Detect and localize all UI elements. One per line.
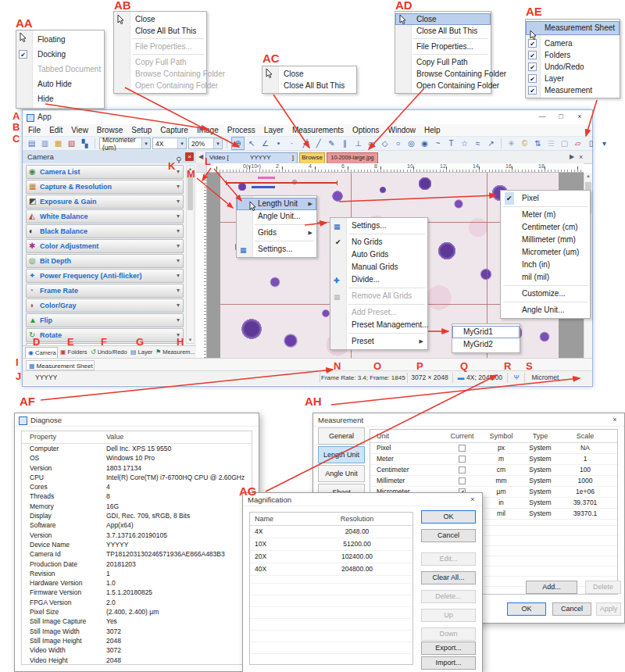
tab-nav-left-icon[interactable]: ◀ [198, 153, 203, 160]
toolbar-icon[interactable]: ╱ [312, 138, 324, 149]
toolbar-icon[interactable]: ▥ [39, 138, 51, 149]
chevron-down-icon[interactable]: ▾ [177, 227, 180, 234]
combo-arrow-icon[interactable]: ▾ [177, 138, 186, 148]
chevron-down-icon[interactable]: ▾ [177, 272, 180, 279]
menu-item-close-all-but-this[interactable]: Close All But This [395, 25, 491, 37]
minimize-button[interactable]: — [533, 110, 552, 123]
toolbar-icon[interactable]: ☰ [545, 138, 557, 149]
menu-item-measurement-sheet[interactable]: Measurement Sheet [526, 21, 620, 35]
camera-section-header[interactable]: ✱ Color Adjustment ▾ [26, 239, 184, 253]
add-button[interactable]: Add... [526, 581, 577, 594]
menu-item-browse-containing-folder[interactable]: Browse Containing Folder [114, 68, 206, 80]
toolbar-icon[interactable]: ↖ [246, 138, 258, 149]
toolbar-icon[interactable]: ▩ [52, 138, 64, 149]
down-button[interactable]: Down [421, 627, 476, 641]
camera-section-header[interactable]: ◑ Color/Gray ▾ [26, 298, 184, 313]
close-icon[interactable]: × [466, 495, 479, 505]
toolbar-icon[interactable]: ↗ [485, 138, 497, 149]
menu-item-close[interactable]: Close [395, 13, 491, 25]
toolbar-icon[interactable]: ◉ [419, 138, 430, 149]
title-bar[interactable]: App — □ × [23, 110, 592, 124]
menu-item-copy-full-path[interactable]: Copy Full Path [114, 56, 206, 68]
menu-item[interactable]: Edit [49, 126, 62, 134]
chevron-down-icon[interactable]: ▾ [177, 183, 180, 190]
camera-section-header[interactable]: ◭ White Balance ▾ [26, 209, 184, 223]
menu-item-browse-containing-folder[interactable]: Browse Containing Folder [395, 68, 491, 80]
camera-section-header[interactable]: ◎ Bit Depth ▾ [26, 254, 184, 268]
menu-item-folders[interactable]: ✔Folders [526, 49, 620, 61]
menu-item[interactable]: Help [424, 126, 441, 134]
menu-item-millimeter[interactable]: Millimeter (mm) [501, 234, 590, 246]
menu-item-open-containing-folder[interactable]: Open Containing Folder [114, 80, 206, 91]
checkbox[interactable] [459, 477, 466, 484]
delete-button[interactable]: Delete... [421, 590, 476, 603]
menu-item[interactable]: Window [388, 126, 416, 134]
menu-item-docking[interactable]: ✔Docking [16, 47, 104, 62]
menu-item-preset[interactable]: Preset▶ [330, 335, 427, 348]
toolbar-icon[interactable]: ✳ [505, 138, 517, 149]
dialog-title-bar[interactable]: Measurement [313, 413, 624, 427]
pan-tool-icon[interactable]: ⊕ [231, 137, 245, 150]
toolbar-icon[interactable]: ▱ [572, 138, 584, 149]
toolbar-icon[interactable]: ▧ [66, 138, 77, 149]
table-row[interactable]: Centimeter cm System 100 [370, 465, 617, 476]
menu-item-tabbed-document[interactable]: Tabbed Document [16, 62, 104, 77]
toolbar-icon[interactable]: ⊥ [352, 138, 364, 149]
menu-item-auto-hide[interactable]: Auto Hide [16, 77, 104, 91]
camera-section-header[interactable]: ▲ Flip ▾ [26, 313, 184, 327]
toolbar-icon[interactable]: • [273, 138, 284, 149]
edit-button[interactable]: Edit... [421, 552, 476, 566]
chevron-down-icon[interactable]: ▾ [177, 302, 180, 309]
menu-item-pixel[interactable]: ✔Pixel [501, 192, 590, 205]
menu-item[interactable]: Layer [264, 126, 284, 134]
table-row[interactable]: 10X 51200.00 [250, 538, 412, 551]
close-icon[interactable]: × [609, 415, 621, 425]
table-row[interactable]: Millimeter mm System 1000 [370, 476, 617, 487]
apply-button[interactable]: Apply [596, 602, 621, 616]
panel-scrollbar[interactable]: ▲ ▼ [186, 165, 195, 344]
menu-item-layer[interactable]: ✔Layer [526, 73, 620, 84]
scroll-up-icon[interactable]: ▲ [584, 173, 592, 178]
menu-item[interactable]: Measurements [292, 126, 344, 134]
unit-status[interactable]: Micromet [527, 371, 563, 385]
menu-item-close[interactable]: Close [262, 68, 356, 80]
menu-item-remove-all-grids[interactable]: ▦Remove All Grids [330, 290, 427, 302]
menu-item[interactable]: Image [197, 126, 219, 134]
toolbar-icon[interactable]: ⇅ [532, 138, 544, 149]
export-button[interactable]: Export... [421, 642, 476, 655]
close-button[interactable]: × [570, 110, 589, 123]
camera-section-header[interactable]: ▦ Capture & Resolution ▾ [26, 180, 184, 194]
menu-item-settings[interactable]: ▦Settings... [237, 243, 316, 256]
menu-item-mygrid1[interactable]: MyGrid1 [452, 326, 520, 338]
table-row[interactable]: 40X 204800.00 [250, 563, 412, 576]
delete-button[interactable]: Delete [585, 581, 621, 594]
combo-arrow-icon[interactable]: ▾ [141, 138, 150, 148]
menu-item-undo-redo[interactable]: ✔Undo/Redo [526, 61, 620, 73]
maximize-button[interactable]: □ [552, 110, 570, 123]
menu-item-manual-grids[interactable]: Manual Grids [330, 261, 427, 273]
dock-tab-folders[interactable]: ▣Folders [60, 347, 88, 358]
chevron-down-icon[interactable]: ▾ [177, 168, 180, 175]
toolbar-icon[interactable]: ◎ [405, 138, 417, 149]
toolbar-icon[interactable]: © [519, 138, 530, 149]
chevron-down-icon[interactable]: ▾ [177, 316, 180, 323]
menu-item-angle-unit[interactable]: Angle Unit... [501, 304, 590, 316]
tab-general[interactable]: General [318, 427, 365, 445]
toolbar-icon[interactable]: ☆ [459, 138, 470, 149]
menu-item-file-properties[interactable]: File Properties... [395, 41, 491, 52]
camera-section-header[interactable]: ◉ Camera List ▾ [26, 165, 184, 179]
tab-close-icon[interactable]: × [579, 153, 583, 161]
image-tab[interactable]: 10-2009-large.jpg [327, 152, 378, 163]
tab-nav-right-icon[interactable]: ▶ [570, 153, 574, 160]
browse-tab[interactable]: Browse [299, 152, 325, 163]
menu-item[interactable]: Process [227, 126, 255, 134]
cancel-button[interactable]: Cancel [552, 602, 591, 616]
checkbox[interactable] [459, 456, 466, 463]
menu-item-divide[interactable]: ✚Divide... [330, 273, 427, 286]
toolbar-icon[interactable]: T [445, 138, 457, 149]
menu-item[interactable]: Browse [97, 126, 123, 134]
menu-item[interactable]: Options [352, 126, 379, 134]
menu-item-add-preset[interactable]: Add Preset... [330, 306, 427, 319]
menu-item-mygrid2[interactable]: MyGrid2 [452, 338, 520, 351]
camera-section-header[interactable]: ◐ Black Balance ▾ [26, 224, 184, 238]
